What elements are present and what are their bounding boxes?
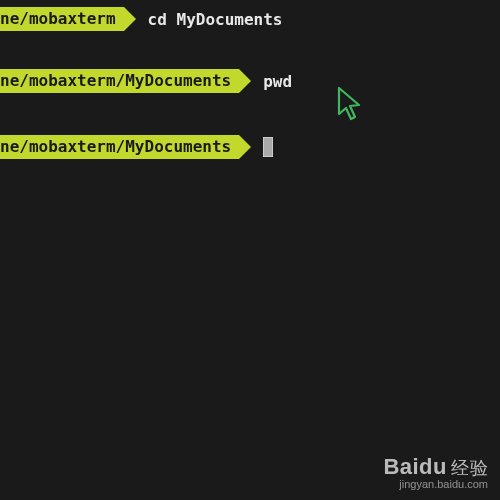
command-text: cd MyDocuments [148,10,283,29]
watermark-brand: Baidu经验 [383,454,488,480]
watermark-url: jingyan.baidu.com [383,478,488,490]
prompt-path: ne/mobaxterm/MyDocuments [0,135,239,159]
terminal-line: ne/mobaxterm/MyDocuments [0,134,500,160]
input-cursor-area[interactable] [263,137,273,157]
terminal-line: ne/mobaxterm/MyDocuments pwd [0,68,500,94]
terminal-line: ne/mobaxterm cd MyDocuments [0,6,500,32]
watermark: Baidu经验 jingyan.baidu.com [383,454,488,490]
text-cursor-icon [263,137,273,157]
terminal-area[interactable]: ne/mobaxterm cd MyDocuments ne/mobaxterm… [0,0,500,160]
prompt-path: ne/mobaxterm/MyDocuments [0,69,239,93]
watermark-brand-cn: 经验 [451,458,488,478]
prompt-path: ne/mobaxterm [0,7,124,31]
watermark-brand-text: Baidu [383,454,447,479]
command-text: pwd [263,72,292,91]
